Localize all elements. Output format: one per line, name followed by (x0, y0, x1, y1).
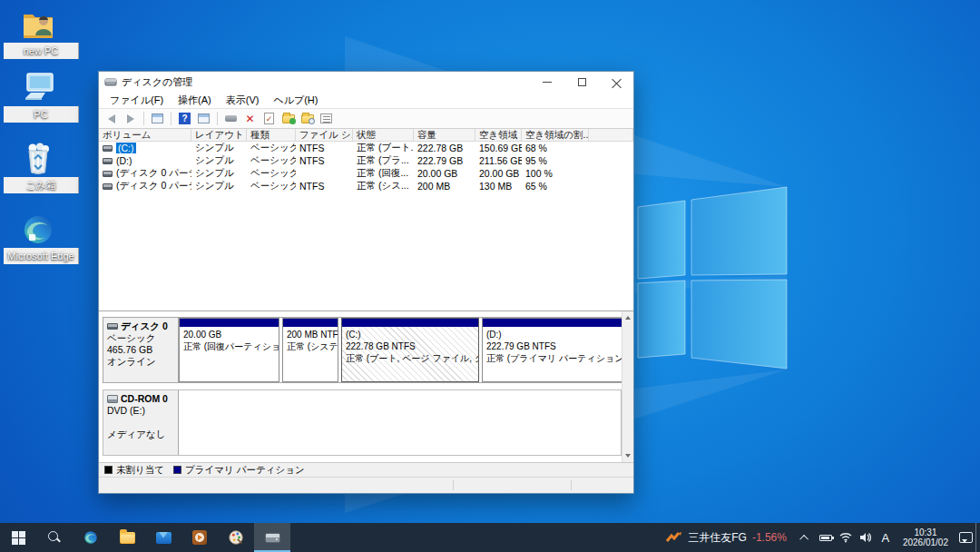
column-header-volume[interactable]: ボリューム (99, 129, 191, 141)
desktop-icon-recycle-bin[interactable]: ごみ箱 (4, 142, 73, 202)
taskbar-clock[interactable]: 10:31 2026/01/02 (896, 527, 956, 547)
desktop-icon-label: new PC (4, 43, 79, 59)
forward-button[interactable] (122, 112, 138, 126)
disk0-label-panel[interactable]: ディスク 0 ベーシック 465.76 GB オンライン (103, 318, 179, 382)
taskbar-explorer-button[interactable] (109, 523, 145, 552)
disk-management-taskbar-icon (265, 533, 280, 543)
partition-size: 20.00 GB (183, 329, 275, 340)
volume-name: (ディスク 0 パーティシ... (116, 167, 191, 180)
notification-bubble-icon (959, 532, 973, 543)
menu-file[interactable]: ファイル(F) (103, 94, 171, 107)
column-header-status[interactable]: 状態 (353, 129, 414, 141)
action-center-button[interactable] (956, 523, 975, 552)
news-interests-widget[interactable]: 三井住友FG -1.56% (657, 523, 796, 552)
cell-type: ベーシック (247, 180, 296, 192)
column-header-filesystem[interactable]: ファイル システム (296, 129, 353, 141)
taskbar-disk-management-button[interactable] (254, 523, 290, 552)
column-header-free-pct[interactable]: 空き領域の割... (522, 129, 589, 141)
legend-label: 未割り当て (116, 464, 164, 477)
disk-graph-pane: ディスク 0 ベーシック 465.76 GB オンライン 20.00 GB 正常… (99, 310, 633, 462)
cell-type: ベーシック (247, 154, 296, 167)
delete-volume-button[interactable]: ✕ (242, 112, 258, 126)
partition-recovery[interactable]: 20.00 GB 正常 (回復パーティション) (179, 318, 279, 382)
windows-logo-icon (12, 531, 25, 545)
menu-bar: ファイル(F) 操作(A) 表示(V) ヘルプ(H) (99, 92, 633, 108)
legend-unallocated: 未割り当て (104, 464, 164, 477)
close-icon (612, 77, 622, 87)
partition-size: 222.79 GB NTFS (486, 340, 627, 352)
table-row[interactable]: (ディスク 0 パーティシ... シンプル ベーシック 正常 (回復... 20… (99, 167, 633, 180)
volume-indicator[interactable] (856, 523, 876, 552)
folder-search-icon (301, 114, 314, 123)
column-header-capacity[interactable]: 容量 (414, 129, 475, 141)
recycle-bin-icon (20, 142, 56, 176)
partition-c-selected[interactable]: (C:) 222.78 GB NTFS 正常 (ブート, ページ ファイル, ク… (341, 318, 479, 382)
volume-icon (103, 183, 113, 190)
desktop-icon-edge[interactable]: Microsoft Edge (4, 212, 73, 272)
show-action-pane-button[interactable] (196, 112, 211, 126)
help-icon: ? (179, 113, 191, 124)
column-header-type[interactable]: 種類 (247, 129, 296, 141)
menu-action[interactable]: 操作(A) (171, 94, 219, 107)
toolbar: ? ✕ ✓ (99, 108, 633, 129)
column-header-layout[interactable]: レイアウト (191, 129, 247, 141)
show-desktop-button[interactable] (975, 523, 980, 552)
desktop-icon-new-pc[interactable]: new PC (4, 7, 73, 67)
mark-active-button[interactable]: ✓ (261, 112, 277, 126)
battery-indicator[interactable] (816, 523, 836, 552)
cell-layout: シンプル (191, 142, 247, 154)
column-header-filler (589, 129, 633, 141)
edge-icon (83, 529, 99, 546)
scroll-up-arrow[interactable] (622, 311, 633, 323)
ime-mode-label: A (882, 531, 890, 545)
cdrom-label-panel[interactable]: CD-ROM 0 DVD (E:) メディアなし (103, 390, 179, 455)
battery-icon (819, 535, 832, 541)
taskbar-search-button[interactable] (36, 523, 73, 552)
desktop-icon-pc[interactable]: PC (4, 71, 73, 131)
ime-indicator[interactable]: A (876, 523, 896, 552)
tool-button[interactable] (223, 112, 239, 126)
tray-overflow-button[interactable] (796, 523, 816, 552)
menu-help[interactable]: ヘルプ(H) (266, 94, 325, 107)
taskbar-media-button[interactable] (181, 523, 218, 552)
back-button[interactable] (103, 112, 119, 126)
tool-icon (225, 115, 237, 122)
close-button[interactable] (599, 72, 633, 92)
title-bar[interactable]: ディスクの管理 (99, 72, 633, 92)
vertical-scrollbar[interactable] (622, 311, 633, 462)
cell-status: 正常 (プラ... (353, 154, 414, 167)
scroll-down-arrow[interactable] (622, 450, 633, 462)
minimize-button[interactable] (530, 72, 564, 92)
explore-button[interactable] (299, 112, 315, 126)
maximize-button[interactable] (564, 72, 599, 92)
cell-fs: NTFS (296, 143, 353, 153)
disk0-status: オンライン (107, 356, 174, 368)
taskbar-edge-button[interactable] (73, 523, 109, 552)
console-tree-button[interactable] (150, 112, 165, 126)
table-row[interactable]: (D:) シンプル ベーシック NTFS 正常 (プラ... 222.79 GB… (99, 154, 633, 167)
partition-d[interactable]: (D:) 222.79 GB NTFS 正常 (プライマリ パーティション) (482, 318, 632, 382)
cell-free: 20.00 GB (475, 168, 522, 179)
wifi-icon (839, 532, 852, 543)
cell-free-pct: 68 % (522, 143, 589, 153)
partition-size: 200 MB NTFS (287, 329, 334, 340)
partition-system[interactable]: 200 MB NTFS 正常 (システム (282, 318, 338, 382)
column-header-free[interactable]: 空き領域 (475, 129, 522, 141)
taskbar-mail-button[interactable] (145, 523, 181, 552)
start-button[interactable] (0, 523, 36, 552)
menu-view[interactable]: 表示(V) (219, 94, 267, 107)
volume-list-header: ボリューム レイアウト 種類 ファイル システム 状態 容量 空き領域 空き領域… (99, 129, 633, 142)
network-indicator[interactable] (836, 523, 856, 552)
partition-color-bar (483, 319, 631, 327)
status-divider (453, 480, 454, 490)
taskbar-paint-button[interactable] (218, 523, 254, 552)
search-icon (48, 531, 61, 544)
extend-button[interactable] (280, 112, 296, 126)
partition-status: 正常 (システム (287, 340, 334, 352)
help-button[interactable]: ? (177, 112, 192, 126)
properties-button[interactable] (318, 112, 334, 126)
cdrom-icon (107, 395, 118, 403)
table-row[interactable]: (ディスク 0 パーティシ... シンプル ベーシック NTFS 正常 (シス.… (99, 180, 633, 192)
cell-free: 130 MB (475, 181, 522, 192)
table-row[interactable]: (C:) シンプル ベーシック NTFS 正常 (ブート... 222.78 G… (99, 142, 633, 154)
